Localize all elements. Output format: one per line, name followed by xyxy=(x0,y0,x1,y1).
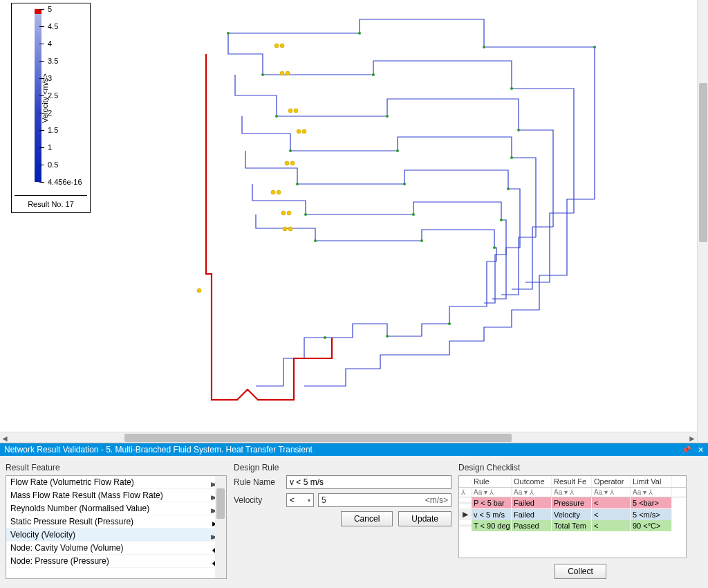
feature-group-label: Result Feature xyxy=(6,463,227,472)
limit-value: 5 xyxy=(322,495,326,505)
color-legend: Velocity <m/s> 54.543.532.521.510.54.456… xyxy=(11,3,91,213)
chevron-down-icon: ▾ xyxy=(308,497,310,504)
vertical-scrollbar[interactable] xyxy=(697,0,708,443)
svg-point-6 xyxy=(510,87,513,90)
legend-tick xyxy=(39,61,44,62)
feature-list-item[interactable]: Node: Pressure (Pressure) xyxy=(6,555,226,568)
list-scrollbar[interactable] xyxy=(215,476,226,578)
svg-point-7 xyxy=(275,115,278,118)
svg-point-8 xyxy=(386,115,389,118)
svg-point-10 xyxy=(289,149,292,152)
legend-tick-label: 0.5 xyxy=(48,160,58,169)
scroll-right-icon[interactable]: ► xyxy=(687,434,697,442)
filter-cell[interactable]: Aa ▾ ⅄ xyxy=(631,488,672,497)
horizontal-scrollbar[interactable]: ◄ ► xyxy=(0,432,697,443)
col-limit[interactable]: Limit Val xyxy=(631,476,672,487)
table-cell: < xyxy=(592,520,631,531)
filter-icon[interactable]: ⅄ xyxy=(459,488,472,497)
svg-point-18 xyxy=(500,219,503,221)
svg-point-38 xyxy=(287,211,291,215)
svg-point-23 xyxy=(386,335,389,338)
feature-list-item[interactable]: Node: Cavity Volume (Volume) xyxy=(6,542,226,555)
table-filter-row[interactable]: ⅄ Aa ▾ ⅄ Aa ▾ ⅄ Aa ▾ ⅄ Aa ▾ ⅄ Aa ▾ ⅄ xyxy=(459,488,686,497)
filter-cell[interactable]: Aa ▾ ⅄ xyxy=(592,488,631,497)
operator-select[interactable]: < ▾ xyxy=(286,493,314,507)
svg-point-0 xyxy=(227,32,230,35)
panel-titlebar[interactable]: Network Result Validation - 5. Multi-Bra… xyxy=(0,443,708,456)
svg-point-3 xyxy=(593,46,596,48)
limit-value-input[interactable]: 5 <m/s> xyxy=(318,493,451,507)
pipe-network-diagram[interactable] xyxy=(124,12,622,428)
feature-list-item[interactable]: Reynolds Number (Normalised Value) xyxy=(6,502,226,515)
diagram-viewport[interactable]: Velocity <m/s> 54.543.532.521.510.54.456… xyxy=(0,0,708,443)
scroll-thumb[interactable] xyxy=(699,83,707,242)
svg-point-15 xyxy=(507,187,510,190)
legend-tick-label: 4.5 xyxy=(48,22,58,30)
table-cell: v < 5 m/s xyxy=(472,509,512,520)
svg-point-17 xyxy=(412,213,415,216)
table-cell: Pressure xyxy=(552,497,592,508)
svg-point-5 xyxy=(372,73,375,76)
svg-point-37 xyxy=(281,211,286,215)
feature-list-item[interactable]: Mass Flow Rate Result (Mass Flow Rate) xyxy=(6,489,226,502)
feature-item-label: Mass Flow Rate Result (Mass Flow Rate) xyxy=(10,490,163,500)
col-feature[interactable]: Result Fe xyxy=(552,476,592,487)
col-operator[interactable]: Operator xyxy=(592,476,631,487)
feature-item-label: Velocity (Velocity) xyxy=(10,530,75,540)
svg-point-30 xyxy=(294,109,298,113)
table-row[interactable]: ▶v < 5 m/sFailedVelocity<5 <m/s> xyxy=(459,508,686,520)
checklist-table[interactable]: Rule Outcome Result Fe Operator Limit Va… xyxy=(458,475,687,558)
table-header: Rule Outcome Result Fe Operator Limit Va… xyxy=(459,476,686,488)
svg-point-28 xyxy=(286,71,290,75)
table-cell: 90 <°C> xyxy=(631,520,672,531)
rule-name-input[interactable] xyxy=(286,475,451,489)
table-cell: < xyxy=(592,509,631,520)
panel-title-text: Network Result Validation - 5. Multi-Bra… xyxy=(4,445,313,454)
checklist-group-label: Design Checklist xyxy=(458,463,702,472)
legend-tick-label: 2 xyxy=(48,109,52,117)
svg-point-29 xyxy=(288,109,292,113)
legend-tick xyxy=(39,147,44,148)
col-rule[interactable]: Rule xyxy=(472,476,512,487)
legend-tick xyxy=(39,44,44,44)
feature-list-item[interactable]: Flow Rate (Volumetric Flow Rate) xyxy=(6,476,226,489)
svg-point-34 xyxy=(290,161,295,165)
svg-point-20 xyxy=(420,239,423,242)
collect-button[interactable]: Collect xyxy=(555,564,606,579)
legend-tick xyxy=(39,26,44,27)
feature-item-label: Static Pressure Result (Pressure) xyxy=(10,517,133,526)
filter-cell[interactable]: Aa ▾ ⅄ xyxy=(472,488,512,497)
row-marker: ▶ xyxy=(459,508,472,520)
table-cell: Velocity xyxy=(552,509,592,520)
scroll-left-icon[interactable]: ◄ xyxy=(0,434,10,442)
legend-tick-label: 2.5 xyxy=(48,91,58,100)
scroll-thumb[interactable] xyxy=(216,488,225,519)
svg-point-39 xyxy=(283,227,287,231)
update-button[interactable]: Update xyxy=(398,511,451,526)
filter-cell[interactable]: Aa ▾ ⅄ xyxy=(512,488,552,497)
scroll-thumb[interactable] xyxy=(124,434,512,442)
pin-icon[interactable]: 📌 xyxy=(682,445,691,454)
limit-unit: <m/s> xyxy=(425,495,448,505)
filter-cell[interactable]: Aa ▾ ⅄ xyxy=(552,488,592,497)
result-feature-group: Result Feature Flow Rate (Volumetric Flo… xyxy=(6,460,227,584)
legend-tick-label: 3 xyxy=(48,74,52,82)
svg-point-13 xyxy=(296,183,299,185)
feature-list-item[interactable]: Static Pressure Result (Pressure) xyxy=(6,515,226,529)
legend-tick-label: 1.5 xyxy=(48,126,58,134)
svg-point-11 xyxy=(396,149,399,152)
feature-item-label: Reynolds Number (Normalised Value) xyxy=(10,504,149,513)
feature-list[interactable]: Flow Rate (Volumetric Flow Rate)Mass Flo… xyxy=(6,475,227,579)
svg-point-22 xyxy=(448,322,451,325)
col-outcome[interactable]: Outcome xyxy=(512,476,552,487)
feature-item-label: Flow Rate (Volumetric Flow Rate) xyxy=(10,477,134,487)
table-cell: T < 90 deg xyxy=(472,520,512,531)
table-row[interactable]: T < 90 degPassedTotal Tem<90 <°C> xyxy=(459,520,686,531)
close-icon[interactable]: ✕ xyxy=(698,445,704,454)
cancel-button[interactable]: Cancel xyxy=(341,511,393,526)
feature-item-label: Node: Pressure (Pressure) xyxy=(10,556,109,566)
svg-point-33 xyxy=(285,161,289,165)
table-cell: Failed xyxy=(512,509,552,520)
feature-list-item[interactable]: Velocity (Velocity) xyxy=(6,529,226,542)
table-row[interactable]: P < 5 barFailedPressure<5 <bar> xyxy=(459,497,686,508)
